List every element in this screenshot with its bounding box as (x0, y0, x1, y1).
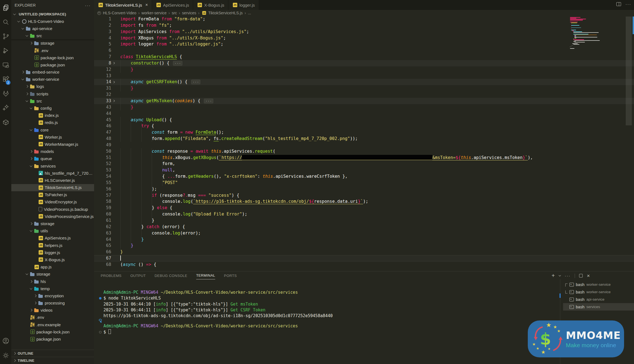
code-line-4[interactable]: 4import XBogus from "../utils/X-Bogus.js… (94, 35, 634, 41)
code-line-53[interactable]: 53null, (94, 167, 634, 173)
fold-chevron-icon[interactable] (111, 79, 116, 85)
code-line-57[interactable]: 57if (response?.msg === "success") { (94, 192, 634, 199)
tree-row--env[interactable]: .env (11, 47, 94, 54)
tab-tiktokservicehls.js[interactable]: JSTiktokServiceHLS.js× (94, 0, 152, 10)
section-timeline[interactable]: TIMELINE (11, 357, 94, 364)
code-line-44[interactable]: 44 (94, 110, 634, 117)
tree-row-hls-testfile-mp4-7-720p-[interactable]: hls_testfile_mp4_7_720p_... (11, 169, 94, 177)
code-line-3[interactable]: 3import ApiServices from "../utils/ApiSe… (94, 29, 634, 35)
tree-row-hlsconverter-js[interactable]: JSHLSConverter.js (11, 177, 94, 184)
tree-row--env-example[interactable]: .env.example (11, 321, 94, 328)
panel-tab-ports[interactable]: PORTS (224, 272, 237, 279)
breadcrumb-item[interactable]: src (172, 11, 177, 15)
code-line-47[interactable]: 47const form = new FormData(); (94, 129, 634, 136)
code-line-66[interactable]: 66} (94, 249, 634, 255)
code-line-50[interactable]: 50const response = await this.apiService… (94, 148, 634, 155)
code-line-59[interactable]: 59} else { (94, 205, 634, 211)
code-line-54[interactable]: 54{ ...form.getHeaders(), "x-csrftoken":… (94, 173, 634, 180)
sidebar-more-icon[interactable]: ··· (85, 3, 91, 8)
tree-row-videoprocessingservice-js[interactable]: JSVideoProcessingService.js (11, 213, 94, 220)
tree-row-worker-js[interactable]: JSWorker.js (11, 133, 94, 141)
tree-row-x-bogus-js[interactable]: JSX-Bogus.js (11, 256, 94, 263)
terminal-line[interactable]: $ (97, 329, 333, 335)
tree-row-embed-service[interactable]: embed-service (11, 69, 94, 76)
code-line-68[interactable]: 68(async () => { (94, 261, 634, 268)
tree-row-processing[interactable]: processing (11, 300, 94, 307)
panel-tab-output[interactable]: OUTPUT (130, 272, 146, 279)
tree-row-untitled-workspace-[interactable]: UNTITLED (WORKSPACE) (11, 10, 94, 18)
panel-tab-debug-console[interactable]: DEBUG CONSOLE (154, 272, 187, 279)
tree-row-utils[interactable]: utils (11, 227, 94, 234)
source-control-icon[interactable] (0, 30, 11, 42)
tree-row-worker-service[interactable]: worker-service (11, 76, 94, 83)
code-line-5[interactable]: 5import logger from "../utils/logger.js"… (94, 41, 634, 47)
close-panel-icon[interactable]: × (587, 273, 590, 279)
gitlab-icon[interactable] (0, 88, 11, 100)
tree-row-storage[interactable]: storage (11, 40, 94, 47)
tree-row-package-lock-json[interactable]: {}package-lock.json (11, 328, 94, 335)
fold-chevron-icon[interactable] (111, 98, 116, 104)
code-line-52[interactable]: 52form, (94, 161, 634, 167)
settings-icon[interactable] (0, 349, 11, 362)
code-line-1[interactable]: 1import FormData from "form-data"; (94, 16, 634, 22)
code-line-63[interactable]: 63console.log(error); (94, 230, 634, 236)
tree-row-temp[interactable]: temp (11, 285, 94, 292)
code-line-48[interactable]: 48form.append("Filedata", fs.createReadS… (94, 136, 634, 142)
close-tab-icon[interactable]: × (145, 2, 148, 7)
code-line-62[interactable]: 62} catch (error) { (94, 224, 634, 230)
code-line-43[interactable]: 43} (94, 104, 634, 110)
panel-tab-problems[interactable]: PROBLEMS (101, 272, 121, 279)
code-line-6[interactable]: 6 (94, 47, 634, 54)
tree-row-src[interactable]: src (11, 32, 94, 39)
breadcrumb-item[interactable]: TiktokServiceHLS.js (208, 11, 243, 15)
ai-assistant-icon[interactable] (0, 102, 11, 114)
remote-explorer-icon[interactable] (0, 59, 11, 71)
tab-apiservices.js[interactable]: JSApiServices.js (152, 0, 193, 10)
code-line-60[interactable]: 60console.log("Upload File Error"); (94, 211, 634, 217)
code-line-31[interactable]: 31} (94, 85, 634, 91)
tree-row-encryption[interactable]: encryption (11, 292, 94, 299)
run-debug-icon[interactable] (0, 45, 11, 57)
terminal-dropdown-icon[interactable] (559, 275, 561, 276)
tree-row-logger-js[interactable]: JSlogger.js (11, 249, 94, 256)
breadcrumb-item[interactable]: HLS-Convert-Video (103, 11, 136, 15)
tree-row-core[interactable]: core (11, 126, 94, 133)
breadcrumb-item[interactable]: worker-service (142, 11, 167, 15)
section-outline[interactable]: OUTLINE (11, 350, 94, 357)
code-line-46[interactable]: 46try { (94, 123, 634, 129)
tree-row-api-service[interactable]: api-service (11, 25, 94, 32)
code-line-45[interactable]: 45async Upload() { (94, 117, 634, 123)
code-line-61[interactable]: 61} (94, 217, 634, 224)
search-icon[interactable] (0, 16, 11, 28)
minimap[interactable] (570, 17, 622, 49)
code-line-67[interactable]: 67 (94, 255, 634, 261)
breadcrumb-item[interactable]: ... (248, 11, 251, 15)
tree-row-scripts[interactable]: scripts (11, 90, 94, 97)
panel-tab-terminal[interactable]: TERMINAL (196, 272, 215, 279)
tree-row-tiktokservicehls-js[interactable]: JSTiktokServiceHLS.js (11, 184, 94, 191)
tree-row-package-lock-json[interactable]: {}package-lock.json (11, 54, 94, 61)
tree-row-hls-convert-video[interactable]: HLS-Convert-Video (11, 18, 94, 25)
tree-row-config[interactable]: config (11, 104, 94, 112)
tab-x-bogus.js[interactable]: JSX-Bogus.js (193, 0, 228, 10)
breadcrumb-item[interactable]: services (182, 11, 196, 15)
fold-chevron-icon[interactable] (111, 60, 116, 66)
code-line-56[interactable]: 56); (94, 186, 634, 192)
tree-row-package-json[interactable]: {}package.json (11, 335, 94, 343)
tree-row-app-js[interactable]: JSapp.js (11, 263, 94, 271)
code-line-49[interactable]: 49 (94, 142, 634, 148)
tree-row-apiservices-js[interactable]: JSApiServices.js (11, 234, 94, 242)
code-line-7[interactable]: 7class TiktokServiceHLS { (94, 54, 634, 60)
container-icon[interactable] (0, 116, 11, 128)
extensions-icon[interactable]: 2 (0, 73, 11, 85)
tree-row-workermanager-js[interactable]: JSWorkerManager.js (11, 141, 94, 148)
code-line-51[interactable]: 51this.xBogus.getXBogus(`https://&msToke… (94, 155, 634, 161)
tree-row-logs[interactable]: logs (11, 83, 94, 90)
split-editor-icon[interactable] (616, 2, 621, 6)
code-line-12[interactable]: 12} (94, 66, 634, 73)
terminal-session-worker-service[interactable]: >_bashworker-service (563, 281, 634, 288)
tree-row-queue[interactable]: queue (11, 155, 94, 162)
code-line-65[interactable]: 65} (94, 242, 634, 249)
code-line-32[interactable]: 32 (94, 91, 634, 98)
tree-row-helpers-js[interactable]: JShelpers.js (11, 242, 94, 249)
